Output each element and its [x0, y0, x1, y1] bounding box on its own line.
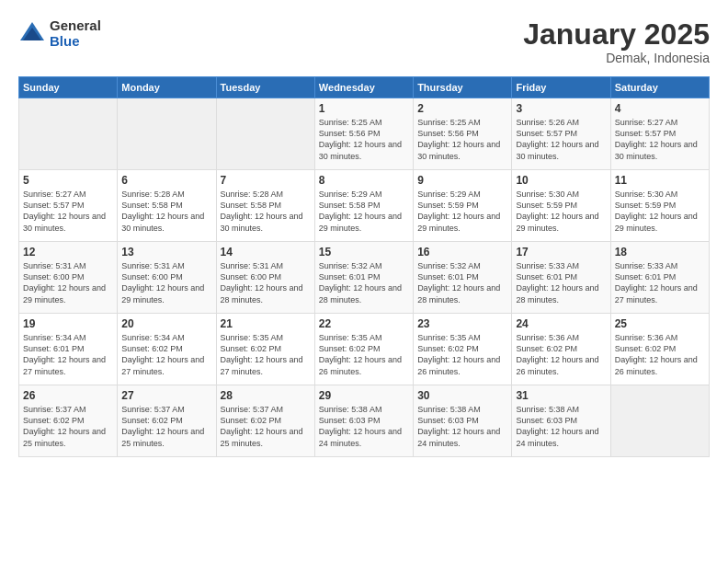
day-info: Sunrise: 5:31 AMSunset: 6:00 PMDaylight:… — [121, 260, 211, 305]
logo-text: General Blue — [50, 18, 101, 49]
calendar-cell: 8Sunrise: 5:29 AMSunset: 5:58 PMDaylight… — [314, 170, 413, 242]
day-info: Sunrise: 5:37 AMSunset: 6:02 PMDaylight:… — [23, 404, 113, 449]
day-info: Sunrise: 5:34 AMSunset: 6:01 PMDaylight:… — [23, 332, 113, 377]
day-number: 8 — [319, 174, 409, 187]
calendar-cell: 14Sunrise: 5:31 AMSunset: 6:00 PMDayligh… — [216, 242, 314, 314]
calendar-cell: 18Sunrise: 5:33 AMSunset: 6:01 PMDayligh… — [610, 242, 709, 314]
day-number: 2 — [417, 102, 507, 115]
calendar-cell: 29Sunrise: 5:38 AMSunset: 6:03 PMDayligh… — [314, 385, 413, 457]
page-header: General Blue January 2025 Demak, Indones… — [18, 18, 710, 65]
calendar-week-1: 1Sunrise: 5:25 AMSunset: 5:56 PMDaylight… — [19, 98, 710, 170]
calendar-cell: 9Sunrise: 5:29 AMSunset: 5:59 PMDaylight… — [414, 170, 512, 242]
day-number: 4 — [615, 102, 705, 115]
day-number: 24 — [516, 317, 606, 330]
day-info: Sunrise: 5:37 AMSunset: 6:02 PMDaylight:… — [221, 404, 311, 449]
calendar-cell: 28Sunrise: 5:37 AMSunset: 6:02 PMDayligh… — [216, 385, 314, 457]
day-number: 22 — [319, 317, 409, 330]
day-info: Sunrise: 5:35 AMSunset: 6:02 PMDaylight:… — [319, 332, 409, 377]
calendar-cell: 13Sunrise: 5:31 AMSunset: 6:00 PMDayligh… — [118, 242, 216, 314]
calendar-table: SundayMondayTuesdayWednesdayThursdayFrid… — [18, 76, 710, 457]
calendar-cell: 21Sunrise: 5:35 AMSunset: 6:02 PMDayligh… — [216, 314, 314, 385]
day-number: 3 — [516, 102, 606, 115]
day-info: Sunrise: 5:25 AMSunset: 5:56 PMDaylight:… — [319, 117, 409, 162]
day-info: Sunrise: 5:34 AMSunset: 6:02 PMDaylight:… — [121, 332, 211, 377]
day-info: Sunrise: 5:35 AMSunset: 6:02 PMDaylight:… — [417, 332, 507, 377]
logo-icon — [18, 20, 46, 48]
day-info: Sunrise: 5:30 AMSunset: 5:59 PMDaylight:… — [615, 189, 705, 234]
calendar-cell: 2Sunrise: 5:25 AMSunset: 5:56 PMDaylight… — [414, 98, 512, 170]
calendar-cell: 19Sunrise: 5:34 AMSunset: 6:01 PMDayligh… — [19, 314, 118, 385]
calendar-cell: 10Sunrise: 5:30 AMSunset: 5:59 PMDayligh… — [512, 170, 610, 242]
day-number: 26 — [23, 389, 113, 402]
day-number: 12 — [23, 246, 113, 259]
calendar-cell: 5Sunrise: 5:27 AMSunset: 5:57 PMDaylight… — [19, 170, 118, 242]
calendar-week-3: 12Sunrise: 5:31 AMSunset: 6:00 PMDayligh… — [19, 242, 710, 314]
day-info: Sunrise: 5:38 AMSunset: 6:03 PMDaylight:… — [417, 404, 507, 449]
day-info: Sunrise: 5:30 AMSunset: 5:59 PMDaylight:… — [516, 189, 606, 234]
calendar-cell: 24Sunrise: 5:36 AMSunset: 6:02 PMDayligh… — [512, 314, 610, 385]
calendar-cell: 1Sunrise: 5:25 AMSunset: 5:56 PMDaylight… — [314, 98, 413, 170]
day-number: 15 — [319, 246, 409, 259]
weekday-header-saturday: Saturday — [610, 77, 709, 98]
day-info: Sunrise: 5:31 AMSunset: 6:00 PMDaylight:… — [221, 260, 311, 305]
day-info: Sunrise: 5:32 AMSunset: 6:01 PMDaylight:… — [417, 260, 507, 305]
day-info: Sunrise: 5:36 AMSunset: 6:02 PMDaylight:… — [615, 332, 705, 377]
calendar-week-2: 5Sunrise: 5:27 AMSunset: 5:57 PMDaylight… — [19, 170, 710, 242]
calendar-cell — [216, 98, 314, 170]
day-number: 13 — [121, 246, 211, 259]
day-number: 7 — [221, 174, 311, 187]
calendar-cell: 31Sunrise: 5:38 AMSunset: 6:03 PMDayligh… — [512, 385, 610, 457]
day-number: 14 — [221, 246, 311, 259]
calendar-cell: 26Sunrise: 5:37 AMSunset: 6:02 PMDayligh… — [19, 385, 118, 457]
calendar-cell — [19, 98, 118, 170]
calendar-cell: 23Sunrise: 5:35 AMSunset: 6:02 PMDayligh… — [414, 314, 512, 385]
day-number: 9 — [417, 174, 507, 187]
day-number: 29 — [319, 389, 409, 402]
day-info: Sunrise: 5:36 AMSunset: 6:02 PMDaylight:… — [516, 332, 606, 377]
calendar-cell: 17Sunrise: 5:33 AMSunset: 6:01 PMDayligh… — [512, 242, 610, 314]
calendar-cell — [118, 98, 216, 170]
day-info: Sunrise: 5:28 AMSunset: 5:58 PMDaylight:… — [221, 189, 311, 234]
weekday-header-monday: Monday — [118, 77, 216, 98]
weekday-header-sunday: Sunday — [19, 77, 118, 98]
day-number: 27 — [121, 389, 211, 402]
month-title: January 2025 — [523, 18, 710, 51]
day-number: 5 — [23, 174, 113, 187]
day-number: 18 — [615, 246, 705, 259]
calendar-cell: 4Sunrise: 5:27 AMSunset: 5:57 PMDaylight… — [610, 98, 709, 170]
calendar-cell: 11Sunrise: 5:30 AMSunset: 5:59 PMDayligh… — [610, 170, 709, 242]
logo-blue-text: Blue — [50, 34, 101, 50]
calendar-cell: 3Sunrise: 5:26 AMSunset: 5:57 PMDaylight… — [512, 98, 610, 170]
day-info: Sunrise: 5:38 AMSunset: 6:03 PMDaylight:… — [516, 404, 606, 449]
day-info: Sunrise: 5:37 AMSunset: 6:02 PMDaylight:… — [121, 404, 211, 449]
calendar-week-5: 26Sunrise: 5:37 AMSunset: 6:02 PMDayligh… — [19, 385, 710, 457]
day-info: Sunrise: 5:32 AMSunset: 6:01 PMDaylight:… — [319, 260, 409, 305]
day-info: Sunrise: 5:28 AMSunset: 5:58 PMDaylight:… — [121, 189, 211, 234]
day-number: 28 — [221, 389, 311, 402]
day-info: Sunrise: 5:33 AMSunset: 6:01 PMDaylight:… — [615, 260, 705, 305]
day-number: 1 — [319, 102, 409, 115]
calendar-cell: 12Sunrise: 5:31 AMSunset: 6:00 PMDayligh… — [19, 242, 118, 314]
calendar-cell: 16Sunrise: 5:32 AMSunset: 6:01 PMDayligh… — [414, 242, 512, 314]
day-info: Sunrise: 5:38 AMSunset: 6:03 PMDaylight:… — [319, 404, 409, 449]
title-area: January 2025 Demak, Indonesia — [523, 18, 710, 65]
day-number: 11 — [615, 174, 705, 187]
weekday-header-tuesday: Tuesday — [216, 77, 314, 98]
day-info: Sunrise: 5:25 AMSunset: 5:56 PMDaylight:… — [417, 117, 507, 162]
calendar-cell — [610, 385, 709, 457]
calendar-cell: 30Sunrise: 5:38 AMSunset: 6:03 PMDayligh… — [414, 385, 512, 457]
calendar-cell: 25Sunrise: 5:36 AMSunset: 6:02 PMDayligh… — [610, 314, 709, 385]
calendar-week-4: 19Sunrise: 5:34 AMSunset: 6:01 PMDayligh… — [19, 314, 710, 385]
day-number: 19 — [23, 317, 113, 330]
day-number: 20 — [121, 317, 211, 330]
day-number: 17 — [516, 246, 606, 259]
day-info: Sunrise: 5:27 AMSunset: 5:57 PMDaylight:… — [23, 189, 113, 234]
logo: General Blue — [18, 18, 101, 49]
calendar-cell: 27Sunrise: 5:37 AMSunset: 6:02 PMDayligh… — [118, 385, 216, 457]
day-info: Sunrise: 5:26 AMSunset: 5:57 PMDaylight:… — [516, 117, 606, 162]
day-number: 31 — [516, 389, 606, 402]
calendar-cell: 7Sunrise: 5:28 AMSunset: 5:58 PMDaylight… — [216, 170, 314, 242]
weekday-header-thursday: Thursday — [414, 77, 512, 98]
day-info: Sunrise: 5:29 AMSunset: 5:58 PMDaylight:… — [319, 189, 409, 234]
day-number: 30 — [417, 389, 507, 402]
